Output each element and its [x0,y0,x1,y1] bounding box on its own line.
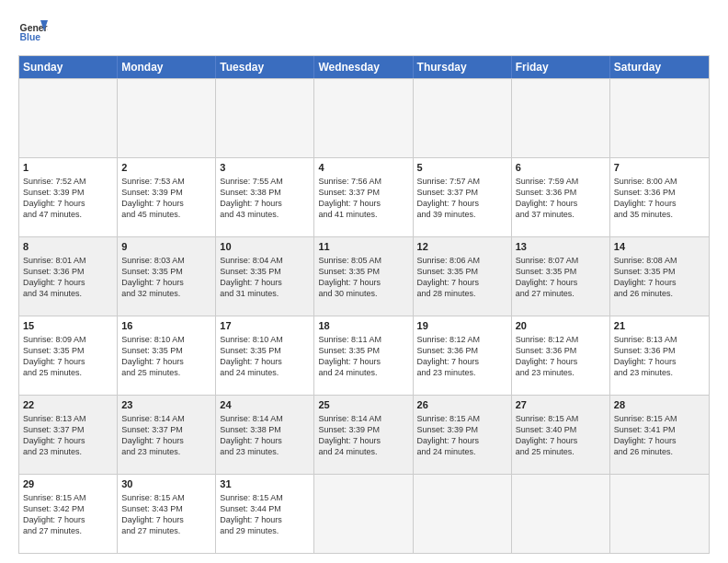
day-info: Sunset: 3:35 PM [121,345,211,356]
day-info: Sunset: 3:36 PM [417,345,507,356]
day-info: and 23 minutes. [417,367,507,378]
day-info: Sunset: 3:35 PM [23,345,113,356]
calendar-day: 17Sunrise: 8:10 AMSunset: 3:35 PMDayligh… [216,316,314,395]
day-info: Sunset: 3:35 PM [318,266,408,277]
day-info: Sunset: 3:39 PM [23,187,113,198]
day-info: and 41 minutes. [318,209,408,220]
day-info: and 29 minutes. [220,525,310,536]
calendar-row: 1Sunrise: 7:52 AMSunset: 3:39 PMDaylight… [19,157,709,236]
day-info: Daylight: 7 hours [220,356,310,367]
day-info: Sunrise: 8:12 AM [417,334,507,345]
day-info: Daylight: 7 hours [614,277,705,288]
calendar-day: 18Sunrise: 8:11 AMSunset: 3:35 PMDayligh… [314,316,413,395]
day-info: Sunrise: 8:13 AM [23,413,113,424]
day-info: Sunset: 3:41 PM [614,424,705,435]
day-number: 23 [121,398,211,412]
weekday-header: Saturday [610,56,709,78]
day-info: Sunset: 3:43 PM [121,503,211,514]
logo-icon: General Blue [18,17,48,46]
calendar-header: SundayMondayTuesdayWednesdayThursdayFrid… [19,56,709,78]
day-info: Daylight: 7 hours [121,514,211,525]
day-info: and 32 minutes. [121,288,211,299]
calendar-day: 8Sunrise: 8:01 AMSunset: 3:36 PMDaylight… [19,237,118,316]
day-info: and 25 minutes. [23,367,113,378]
day-info: and 27 minutes. [121,525,211,536]
day-info: Sunrise: 8:10 AM [121,334,211,345]
day-info: Daylight: 7 hours [417,198,507,209]
day-info: Sunrise: 8:15 AM [417,413,507,424]
day-info: Sunrise: 8:07 AM [516,255,606,266]
calendar-day: 13Sunrise: 8:07 AMSunset: 3:35 PMDayligh… [512,237,610,316]
calendar-empty [610,79,709,157]
calendar-day: 16Sunrise: 8:10 AMSunset: 3:35 PMDayligh… [118,316,216,395]
weekday-header: Wednesday [314,56,413,78]
day-info: and 24 minutes. [318,367,408,378]
day-info: Daylight: 7 hours [121,356,211,367]
day-info: Daylight: 7 hours [220,514,310,525]
day-info: and 25 minutes. [121,367,211,378]
day-info: and 27 minutes. [516,288,606,299]
day-info: Sunset: 3:35 PM [516,266,606,277]
day-info: and 23 minutes. [121,446,211,457]
calendar-day: 21Sunrise: 8:13 AMSunset: 3:36 PMDayligh… [610,316,709,395]
day-number: 1 [23,161,113,175]
day-info: Sunset: 3:37 PM [318,187,408,198]
day-info: Sunrise: 7:56 AM [318,176,408,187]
calendar-day: 6Sunrise: 7:59 AMSunset: 3:36 PMDaylight… [512,158,610,236]
calendar-day: 31Sunrise: 8:15 AMSunset: 3:44 PMDayligh… [216,475,314,553]
day-info: and 23 minutes. [516,367,606,378]
calendar-day: 3Sunrise: 7:55 AMSunset: 3:38 PMDaylight… [216,158,314,236]
day-number: 22 [23,398,113,412]
day-number: 3 [220,161,310,175]
day-number: 6 [516,161,606,175]
day-info: and 47 minutes. [23,209,113,220]
weekday-header: Friday [512,56,610,78]
weekday-header: Tuesday [216,56,314,78]
day-info: Daylight: 7 hours [516,435,606,446]
day-info: Sunrise: 8:09 AM [23,334,113,345]
calendar-day: 29Sunrise: 8:15 AMSunset: 3:42 PMDayligh… [19,475,118,553]
day-info: and 45 minutes. [121,209,211,220]
day-info: and 35 minutes. [614,209,705,220]
day-number: 5 [417,161,507,175]
day-number: 26 [417,398,507,412]
day-info: Daylight: 7 hours [516,277,606,288]
day-info: Sunrise: 8:00 AM [614,176,705,187]
day-info: Daylight: 7 hours [417,277,507,288]
day-info: Sunrise: 8:05 AM [318,255,408,266]
day-number: 9 [121,240,211,254]
day-info: Sunrise: 7:53 AM [121,176,211,187]
calendar-empty [512,79,610,157]
day-info: and 31 minutes. [220,288,310,299]
calendar-day: 15Sunrise: 8:09 AMSunset: 3:35 PMDayligh… [19,316,118,395]
calendar-day: 12Sunrise: 8:06 AMSunset: 3:35 PMDayligh… [414,237,512,316]
header: General Blue [18,17,710,46]
day-number: 17 [220,319,310,333]
day-info: Sunset: 3:38 PM [220,187,310,198]
day-info: Sunrise: 8:10 AM [220,334,310,345]
day-info: Daylight: 7 hours [23,435,113,446]
day-number: 31 [220,477,310,491]
calendar-day: 5Sunrise: 7:57 AMSunset: 3:37 PMDaylight… [414,158,512,236]
day-info: Sunrise: 8:01 AM [23,255,113,266]
day-info: Sunset: 3:40 PM [516,424,606,435]
calendar-day: 14Sunrise: 8:08 AMSunset: 3:35 PMDayligh… [610,237,709,316]
weekday-header: Thursday [414,56,512,78]
calendar-row: 29Sunrise: 8:15 AMSunset: 3:42 PMDayligh… [19,474,709,553]
day-info: Sunset: 3:35 PM [318,345,408,356]
day-info: Daylight: 7 hours [318,198,408,209]
day-info: and 24 minutes. [417,446,507,457]
calendar-body: 1Sunrise: 7:52 AMSunset: 3:39 PMDaylight… [19,78,709,553]
day-info: Daylight: 7 hours [417,356,507,367]
day-info: Sunrise: 8:14 AM [220,413,310,424]
day-number: 8 [23,240,113,254]
day-info: Daylight: 7 hours [220,198,310,209]
calendar-row: 8Sunrise: 8:01 AMSunset: 3:36 PMDaylight… [19,236,709,316]
calendar-row: 15Sunrise: 8:09 AMSunset: 3:35 PMDayligh… [19,316,709,395]
day-number: 18 [318,319,408,333]
calendar-day: 9Sunrise: 8:03 AMSunset: 3:35 PMDaylight… [118,237,216,316]
day-info: Daylight: 7 hours [220,277,310,288]
day-info: Sunrise: 8:15 AM [614,413,705,424]
day-info: Sunset: 3:36 PM [614,345,705,356]
logo: General Blue [18,17,48,46]
